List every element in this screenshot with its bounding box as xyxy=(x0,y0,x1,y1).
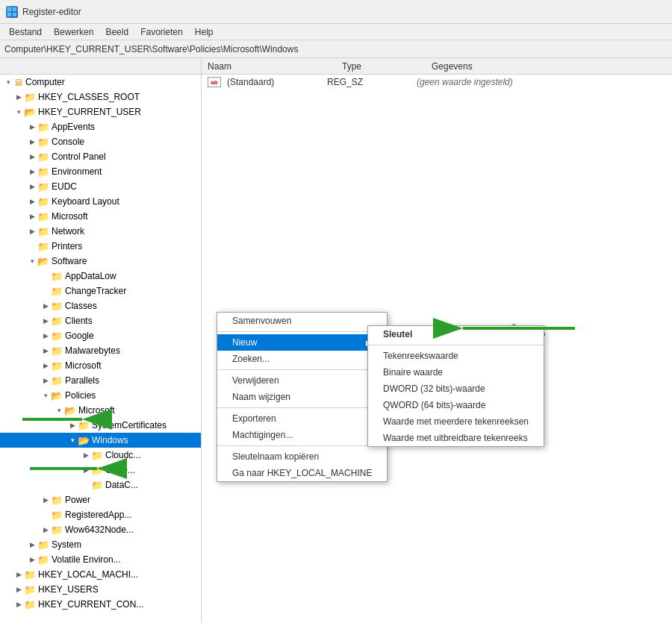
folder-icon-google: 📁 xyxy=(51,331,63,342)
folder-icon-cloudc: 📁 xyxy=(91,450,103,461)
cm2-binaire[interactable]: Binaire waarde xyxy=(368,364,544,381)
folder-icon-hkcu: 📂 xyxy=(24,107,36,118)
cm1-sleutelnaam[interactable]: Sleutelnaam kopiëren xyxy=(217,448,387,465)
col-naam[interactable]: Naam xyxy=(202,60,336,73)
tree-item-parallels[interactable]: ▶ 📁 Parallels xyxy=(0,373,201,388)
tree-item-eudc[interactable]: ▶ 📁 EUDC xyxy=(0,179,201,194)
cm1-naam[interactable]: Naam wijzigen xyxy=(217,389,387,405)
tree-item-hku[interactable]: ▶ 📁 HKEY_USERS xyxy=(0,582,201,597)
expand-arrow-hklm: ▶ xyxy=(13,571,24,578)
cm1-sep1 xyxy=(217,331,387,332)
tree-item-windows[interactable]: ▾ 📂 Windows xyxy=(0,433,201,448)
cm1-verwijderen[interactable]: Verwijderen xyxy=(217,372,387,389)
expand-arrow-software: ▾ xyxy=(27,257,37,265)
detail-headers: Naam Type Gegevens xyxy=(202,58,672,75)
folder-icon-system: 📁 xyxy=(37,539,49,551)
expand-arrow-parallels: ▶ xyxy=(40,377,51,384)
folder-icon-microsoft: 📁 xyxy=(37,211,49,222)
folder-icon-wow6432: 📁 xyxy=(51,525,63,536)
tree-item-microsoft2[interactable]: ▶ 📁 Microsoft xyxy=(0,358,201,373)
tree-item-microsoft[interactable]: ▶ 📁 Microsoft xyxy=(0,209,201,224)
cm1-ga-naar[interactable]: Ga naar HKEY_LOCAL_MACHINE xyxy=(217,465,387,481)
cm2-sleutel[interactable]: Sleutel xyxy=(368,326,544,342)
cm1-exporteren[interactable]: Exporteren xyxy=(217,410,387,427)
cm2-expand[interactable]: Waarde met uitbreidbare tekenreeks xyxy=(368,430,544,446)
folder-icon-eudc: 📁 xyxy=(37,181,49,192)
app-icon xyxy=(6,6,18,18)
cm1-nieuw[interactable]: Nieuw ▶ xyxy=(217,334,387,351)
expand-arrow-eudc: ▶ xyxy=(27,183,37,190)
cm2-dword[interactable]: DWORD (32 bits)-waarde xyxy=(368,381,544,397)
tree-item-datac[interactable]: 📁 DataC... xyxy=(0,478,201,492)
tree-item-curre[interactable]: ▶ 📁 Curre... xyxy=(0,463,201,478)
tree-item-malwarebytes[interactable]: ▶ 📁 Malwarebytes xyxy=(0,343,201,358)
tree-item-network[interactable]: ▶ 📁 Network xyxy=(0,224,201,239)
tree-item-cloudc[interactable]: ▶ 📁 Cloudc... xyxy=(0,448,201,463)
tree-item-hkcu[interactable]: ▾ 📂 HKEY_CURRENT_USER xyxy=(0,104,201,119)
tree-item-controlpanel[interactable]: ▶ 📁 Control Panel xyxy=(0,149,201,164)
expand-arrow-volatile: ▶ xyxy=(27,556,37,563)
svg-rect-0 xyxy=(7,7,11,11)
col-type[interactable]: Type xyxy=(336,60,426,73)
computer-icon: 🖥 xyxy=(13,77,23,88)
tree-item-hkcc[interactable]: ▶ 📁 HKEY_CURRENT_CON... xyxy=(0,597,201,612)
expand-arrow-policies: ▾ xyxy=(40,392,51,399)
tree-item-hkcr[interactable]: ▶ 📁 HKEY_CLASSES_ROOT xyxy=(0,90,201,104)
col-gegevens[interactable]: Gegevens xyxy=(426,60,575,73)
tree-item-google[interactable]: ▶ 📁 Google xyxy=(0,328,201,343)
expand-arrow-power: ▶ xyxy=(40,496,51,504)
title-bar: Register-editor xyxy=(0,0,672,24)
tree-item-keyboard-layout[interactable]: ▶ 📁 Keyboard Layout xyxy=(0,194,201,209)
folder-icon-classes: 📁 xyxy=(51,301,63,312)
menu-bar: Bestand Bewerken Beeld Favorieten Help xyxy=(0,24,672,40)
address-path: Computer\HKEY_CURRENT_USER\Software\Poli… xyxy=(4,44,298,54)
folder-icon-power: 📁 xyxy=(51,495,63,506)
tree-pane: ▾ 🖥 Computer ▶ 📁 HKEY_CLASSES_ROOT ▾ 📂 H… xyxy=(0,58,202,623)
expand-arrow-hkcc: ▶ xyxy=(13,601,24,608)
cm2-tekenreeks[interactable]: Tekenreekswaarde xyxy=(368,348,544,364)
menu-bewerken[interactable]: Bewerken xyxy=(48,25,99,39)
tree-item-power[interactable]: ▶ 📁 Power xyxy=(0,492,201,507)
expand-arrow-clients: ▶ xyxy=(40,317,51,325)
tree-item-regapp[interactable]: 📁 RegisteredApp... xyxy=(0,507,201,522)
menu-help[interactable]: Help xyxy=(189,25,220,39)
tree-item-software[interactable]: ▾ 📂 Software xyxy=(0,254,201,269)
tree-item-policies[interactable]: ▾ 📂 Policies xyxy=(0,388,201,403)
folder-icon-malwarebytes: 📁 xyxy=(51,345,63,357)
cm1-sep2 xyxy=(217,369,387,370)
tree-item-appdatalow[interactable]: 📁 AppDataLow xyxy=(0,269,201,284)
cm2-multi[interactable]: Waarde met meerdere tekenreeksen xyxy=(368,413,544,430)
tree-item-environment[interactable]: ▶ 📁 Environment xyxy=(0,164,201,179)
cm1-machtigingen[interactable]: Machtigingen... xyxy=(217,427,387,443)
tree-item-volatile[interactable]: ▶ 📁 Volatile Environ... xyxy=(0,552,201,567)
folder-icon-keyboard: 📁 xyxy=(37,196,49,207)
folder-icon-pol-ms: 📂 xyxy=(64,405,76,416)
menu-bestand[interactable]: Bestand xyxy=(3,25,48,39)
tree-item-syscerts[interactable]: ▶ 📁 SystemCertificates xyxy=(0,418,201,433)
tree-item-changetracker[interactable]: 📁 ChangeTracker xyxy=(0,284,201,298)
tree-item-wow6432[interactable]: ▶ 📁 Wow6432Node... xyxy=(0,522,201,537)
tree-item-classes[interactable]: ▶ 📁 Classes xyxy=(0,298,201,313)
cm1-sep3 xyxy=(217,407,387,408)
folder-icon-environment: 📁 xyxy=(37,166,49,178)
tree-item-appevents[interactable]: ▶ 📁 AppEvents xyxy=(0,119,201,134)
menu-beeld[interactable]: Beeld xyxy=(99,25,134,39)
menu-favorieten[interactable]: Favorieten xyxy=(134,25,189,39)
cm1-zoeken[interactable]: Zoeken... xyxy=(217,351,387,367)
folder-icon-volatile: 📁 xyxy=(37,554,49,566)
tree-item-clients[interactable]: ▶ 📁 Clients xyxy=(0,313,201,328)
tree-item-printers[interactable]: 📁 Printers xyxy=(0,239,201,254)
tree-item-system[interactable]: ▶ 📁 System xyxy=(0,537,201,552)
detail-row-standaard[interactable]: ab (Standaard) REG_SZ (geen waarde inges… xyxy=(202,75,672,90)
cm1-samenvouwen[interactable]: Samenvouwen xyxy=(217,313,387,329)
tree-item-computer[interactable]: ▾ 🖥 Computer xyxy=(0,75,201,90)
tree-item-policies-microsoft[interactable]: ▾ 📂 Microsoft xyxy=(0,403,201,418)
folder-icon-parallels: 📁 xyxy=(51,375,63,386)
expand-arrow-wow6432: ▶ xyxy=(40,526,51,533)
folder-icon-console: 📁 xyxy=(37,137,49,148)
cm2-qword[interactable]: QWORD (64 bits)-waarde xyxy=(368,397,544,413)
folder-icon-software: 📂 xyxy=(37,256,49,267)
tree-item-console[interactable]: ▶ 📁 Console xyxy=(0,134,201,149)
tree-item-hklm[interactable]: ▶ 📁 HKEY_LOCAL_MACHI... xyxy=(0,567,201,582)
cm2-sep1 xyxy=(368,345,544,345)
